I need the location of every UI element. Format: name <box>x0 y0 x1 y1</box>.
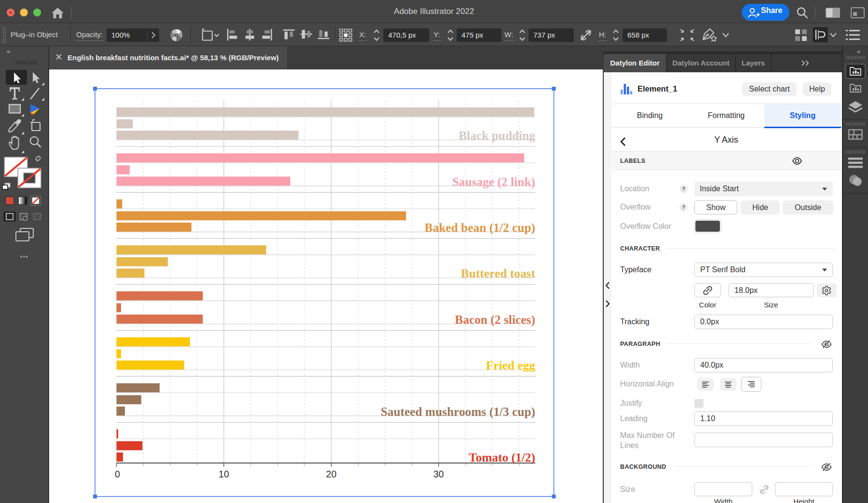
svg-text:Tomato (1/2): Tomato (1/2) <box>469 451 535 464</box>
svg-text:0: 0 <box>115 469 120 479</box>
svg-text:30: 30 <box>434 469 444 479</box>
svg-text:10: 10 <box>218 469 229 479</box>
svg-text:Sauteed mushrooms (1/3 cup): Sauteed mushrooms (1/3 cup) <box>380 405 535 419</box>
svg-text:20: 20 <box>326 469 337 479</box>
svg-text:Bacon (2 slices): Bacon (2 slices) <box>455 313 535 327</box>
svg-text:Sausage (2 link): Sausage (2 link) <box>452 175 535 189</box>
svg-text:Baked bean (1/2 cup): Baked bean (1/2 cup) <box>425 221 535 235</box>
svg-text:Black pudding: Black pudding <box>459 129 535 142</box>
svg-text:Buttered toast: Buttered toast <box>461 267 536 280</box>
svg-text:Fried egg: Fried egg <box>486 359 536 372</box>
